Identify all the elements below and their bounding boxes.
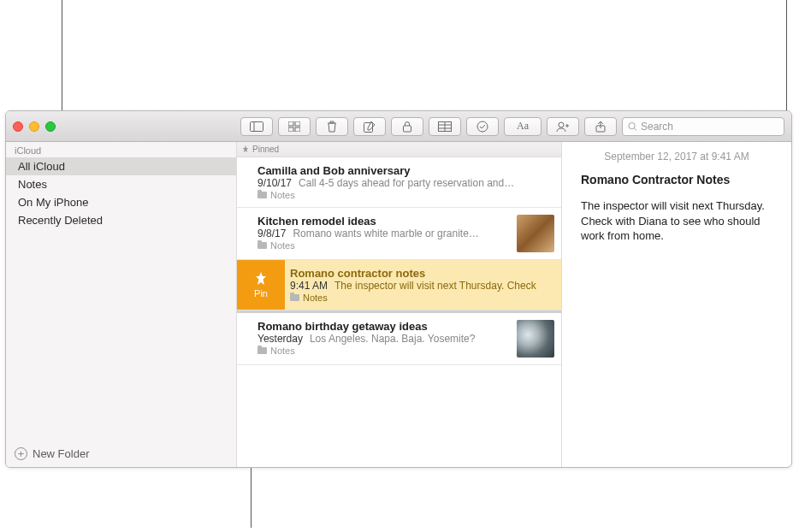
checklist-button[interactable] (466, 117, 499, 136)
sidebar-toggle-button[interactable] (240, 117, 273, 136)
search-input[interactable] (641, 121, 778, 133)
gallery-view-button[interactable] (278, 117, 311, 136)
pin-swipe-action[interactable]: Pin (237, 260, 285, 310)
note-list: Pinned Camilla and Bob anniversary 9/10/… (237, 142, 562, 467)
lock-icon (402, 121, 412, 133)
folder-icon (257, 347, 267, 354)
svg-rect-7 (404, 126, 411, 132)
share-button[interactable] (584, 117, 617, 136)
search-field[interactable] (622, 117, 784, 136)
note-date-line: September 12, 2017 at 9:41 AM (581, 151, 772, 163)
note-folder: Notes (290, 293, 554, 303)
sidebar-toggle-icon (250, 121, 263, 132)
note-thumbnail (517, 320, 554, 358)
note-folder: Notes (257, 240, 510, 251)
add-people-icon (556, 121, 570, 133)
note-subtitle: 9/8/17Romano wants white marble or grani… (257, 228, 510, 239)
zoom-window-button[interactable] (45, 121, 56, 132)
pin-icon (253, 271, 269, 287)
new-folder-label: New Folder (33, 447, 89, 460)
svg-rect-3 (295, 121, 300, 126)
svg-rect-0 (251, 121, 263, 131)
minimize-window-button[interactable] (29, 121, 39, 132)
new-folder-button[interactable]: + New Folder (6, 440, 236, 467)
add-people-button[interactable] (547, 117, 579, 136)
checklist-icon (476, 121, 488, 133)
note-folder: Notes (257, 346, 510, 356)
svg-point-13 (559, 122, 564, 127)
note-title: Romano birthday getaway ideas (257, 320, 510, 333)
lock-button[interactable] (391, 117, 423, 136)
note-row[interactable]: Kitchen remodel ideas 9/8/17Romano wants… (237, 208, 561, 260)
gallery-view-icon (288, 121, 300, 132)
table-button[interactable] (429, 117, 461, 136)
folder-icon (257, 242, 267, 249)
svg-point-12 (477, 121, 488, 132)
note-folder: Notes (257, 190, 554, 200)
search-icon (628, 121, 637, 132)
note-thumbnail (517, 215, 554, 252)
note-title: Camilla and Bob anniversary (257, 164, 554, 177)
note-subtitle: YesterdayLos Angeles. Napa. Baja. Yosemi… (257, 333, 510, 345)
sidebar-item-on-my-iphone[interactable]: On My iPhone (6, 193, 236, 211)
compose-button[interactable] (353, 117, 386, 136)
svg-rect-5 (295, 127, 300, 132)
close-window-button[interactable] (13, 121, 23, 132)
format-button[interactable]: Aa (504, 117, 542, 136)
pin-icon (242, 145, 249, 154)
sidebar-item-all-icloud[interactable]: All iCloud (6, 157, 236, 175)
share-icon (595, 121, 606, 133)
svg-rect-4 (288, 127, 293, 132)
sidebar-item-notes[interactable]: Notes (6, 175, 236, 193)
folder-icon (290, 294, 299, 301)
format-icon: Aa (517, 120, 529, 133)
note-row-selected[interactable]: Pin Romano contractor notes 9:41 AMThe i… (237, 260, 561, 310)
note-row[interactable]: Camilla and Bob anniversary 9/10/17Call … (237, 157, 561, 208)
note-row[interactable]: Romano birthday getaway ideas YesterdayL… (237, 313, 561, 365)
window-controls (13, 121, 56, 132)
toolbar: Aa (6, 111, 791, 142)
svg-point-15 (629, 122, 635, 128)
svg-rect-2 (288, 121, 293, 126)
compose-icon (364, 121, 376, 133)
note-heading: Romano Contractor Notes (581, 173, 772, 186)
delete-button[interactable] (316, 117, 348, 136)
note-title: Romano contractor notes (290, 267, 554, 280)
window-body: iCloud All iCloud Notes On My iPhone Rec… (6, 142, 791, 467)
sidebar-item-recently-deleted[interactable]: Recently Deleted (6, 211, 236, 229)
note-subtitle: 9/10/17Call 4-5 days ahead for party res… (257, 177, 554, 189)
sidebar: iCloud All iCloud Notes On My iPhone Rec… (6, 142, 237, 467)
folder-icon (257, 192, 267, 198)
notes-window: Aa iCloud All iCloud Notes On My iPhone … (5, 110, 792, 468)
svg-line-16 (634, 127, 636, 130)
note-title: Kitchen remodel ideas (257, 215, 510, 228)
table-icon (438, 121, 452, 132)
plus-circle-icon: + (15, 447, 27, 460)
note-editor[interactable]: September 12, 2017 at 9:41 AM Romano Con… (562, 142, 791, 467)
note-subtitle: 9:41 AMThe inspector will visit next Thu… (290, 280, 554, 292)
note-body[interactable]: The inspector will visit next Thursday. … (581, 198, 772, 244)
sidebar-section-label: iCloud (6, 142, 236, 157)
pinned-section-header: Pinned (237, 142, 561, 157)
trash-icon (327, 121, 337, 133)
